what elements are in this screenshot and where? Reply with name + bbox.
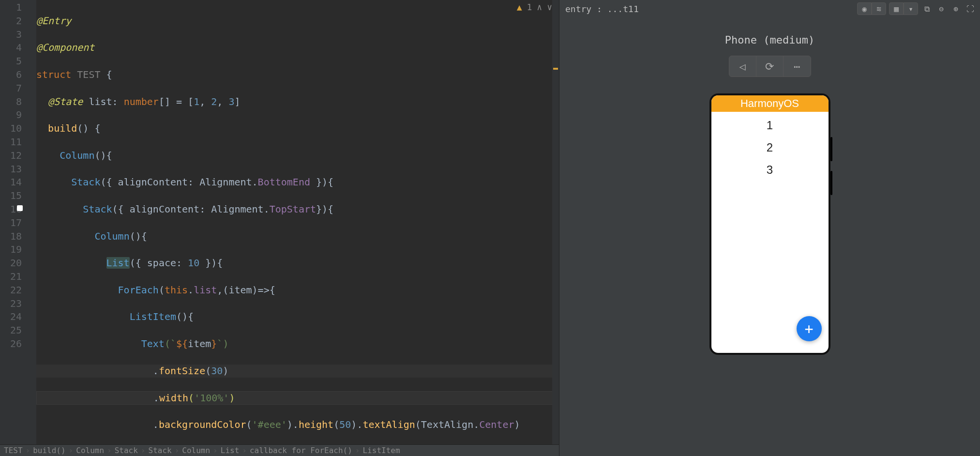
- chevron-right-icon: ›: [355, 446, 360, 455]
- next-highlight-icon[interactable]: ∨: [547, 2, 552, 12]
- list-item[interactable]: 1: [711, 116, 829, 135]
- arrow: )=>{: [252, 284, 275, 296]
- method-height: height: [299, 419, 333, 430]
- dot: .: [264, 203, 270, 215]
- line-number[interactable]: 9: [0, 108, 22, 122]
- paren: (: [205, 365, 211, 377]
- line-number[interactable]: 1: [0, 1, 22, 15]
- line-number[interactable]: 17: [0, 216, 22, 230]
- line-number[interactable]: 4: [0, 41, 22, 55]
- line-number[interactable]: 20: [0, 257, 22, 270]
- warning-marker-icon[interactable]: [553, 68, 558, 70]
- back-button[interactable]: ◁: [729, 56, 756, 76]
- prop-aligncontent: alignContent: [130, 203, 200, 215]
- line-number[interactable]: 14: [0, 176, 22, 189]
- line-number[interactable]: 2: [0, 15, 22, 28]
- paren: }){: [310, 176, 333, 188]
- paren: (){: [94, 150, 112, 161]
- line-number[interactable]: 22: [0, 284, 22, 297]
- breadcrumb-item[interactable]: TEST: [4, 446, 23, 455]
- comp-list: List: [106, 257, 130, 269]
- inspection-bar: ▲ 1 ∧ ∨: [517, 2, 552, 12]
- param-item: item: [228, 284, 252, 296]
- app-header: HarmonyOS: [711, 95, 829, 112]
- line-number[interactable]: 21: [0, 270, 22, 284]
- more-icon: ⋯: [794, 61, 800, 73]
- num: 50: [339, 419, 351, 430]
- line-number[interactable]: 8: [0, 95, 22, 109]
- line-number[interactable]: 13: [0, 163, 22, 176]
- line-number[interactable]: 3: [0, 28, 22, 42]
- line-number[interactable]: 10: [0, 122, 22, 136]
- line-number[interactable]: 24: [0, 310, 22, 324]
- line-number[interactable]: 11: [0, 136, 22, 149]
- eye-icon: ◉: [862, 4, 867, 14]
- zoom-out-icon: ⊖: [939, 4, 944, 14]
- breadcrumb-item[interactable]: build(): [33, 446, 65, 455]
- warning-count: 1: [527, 2, 532, 12]
- inspect-button[interactable]: ◉: [857, 2, 872, 15]
- chevron-right-icon: ›: [69, 446, 74, 455]
- list-item[interactable]: 3: [711, 160, 829, 180]
- dot: .: [473, 419, 479, 430]
- preview-title: entry : ...t11: [563, 4, 854, 14]
- list-item[interactable]: 2: [711, 138, 829, 157]
- rotate-button[interactable]: ⟳: [756, 56, 784, 76]
- paren: (: [246, 419, 252, 430]
- breadcrumb-item[interactable]: ListItem: [362, 446, 400, 455]
- layers-button[interactable]: ≋: [872, 2, 886, 15]
- breadcrumb-item[interactable]: Column: [182, 446, 210, 455]
- preview-toolbar: entry : ...t11 ◉ ≋ ▦ ▾ ⧉ ⊖ ⊕ ⛶: [559, 0, 980, 17]
- brace: {: [100, 69, 112, 80]
- enum-bottomend: BottomEnd: [258, 176, 310, 188]
- paren: (: [415, 419, 421, 430]
- code-area[interactable]: @Entry @Component struct TEST { @State l…: [36, 0, 559, 444]
- line-number[interactable]: 5: [0, 55, 22, 68]
- colon: :: [176, 257, 188, 269]
- line-number[interactable]: 12: [0, 149, 22, 163]
- paren: () {: [77, 122, 100, 134]
- modified-marker-icon[interactable]: [17, 205, 23, 211]
- editor-pane: ▲ 1 ∧ ∨ 1 2 3 4 5 6 7 8 9 10 11 12 13 14…: [0, 0, 559, 456]
- method-backgroundcolor: backgroundColor: [159, 419, 246, 430]
- str: '100%': [194, 392, 229, 404]
- dot: .: [153, 365, 159, 377]
- line-number[interactable]: 25: [0, 324, 22, 337]
- comp-column: Column: [60, 150, 94, 161]
- fit-button[interactable]: ⛶: [965, 2, 976, 15]
- editor-body[interactable]: ▲ 1 ∧ ∨ 1 2 3 4 5 6 7 8 9 10 11 12 13 14…: [0, 0, 559, 444]
- breadcrumb-item[interactable]: callback for ForEach(): [250, 446, 352, 455]
- line-number[interactable]: 15: [0, 189, 22, 203]
- breadcrumb-item[interactable]: List: [221, 446, 240, 455]
- line-number[interactable]: 19: [0, 243, 22, 257]
- line-number[interactable]: 7: [0, 82, 22, 95]
- paren: ({: [100, 176, 118, 188]
- line-number[interactable]: 6: [0, 68, 22, 82]
- zoom-in-button[interactable]: ⊕: [950, 2, 962, 15]
- breadcrumb-item[interactable]: Stack: [115, 446, 138, 455]
- grid-button[interactable]: ▦: [889, 2, 904, 15]
- zoom-out-button[interactable]: ⊖: [935, 2, 947, 15]
- dropdown-button[interactable]: ▾: [904, 2, 918, 15]
- breadcrumb-item[interactable]: Column: [76, 446, 104, 455]
- breadcrumb-item[interactable]: Stack: [149, 446, 172, 455]
- fab-add-button[interactable]: +: [797, 316, 822, 341]
- prev-highlight-icon[interactable]: ∧: [537, 2, 542, 12]
- device-label: Phone (medium): [725, 34, 814, 46]
- more-button[interactable]: ⋯: [784, 56, 811, 76]
- scrollbar[interactable]: [552, 0, 559, 444]
- breadcrumb: TEST› build()› Column› Stack› Stack› Col…: [0, 444, 559, 456]
- line-number-gutter[interactable]: 1 2 3 4 5 6 7 8 9 10 11 12 13 14 15 16 1…: [0, 0, 27, 444]
- paren: ): [223, 365, 228, 377]
- comp-stack: Stack: [71, 176, 100, 188]
- crop-icon: ⧉: [924, 4, 930, 14]
- decorator-component: @Component: [36, 42, 94, 53]
- crop-button[interactable]: ⧉: [921, 2, 933, 15]
- toolbar-group-inspect: ◉ ≋: [857, 2, 886, 15]
- line-number[interactable]: 23: [0, 297, 22, 311]
- device-screen[interactable]: HarmonyOS 1 2 3 +: [711, 95, 829, 353]
- line-number[interactable]: 18: [0, 230, 22, 243]
- var-item: item: [188, 338, 211, 350]
- paren: ({: [130, 257, 147, 269]
- line-number[interactable]: 26: [0, 337, 22, 351]
